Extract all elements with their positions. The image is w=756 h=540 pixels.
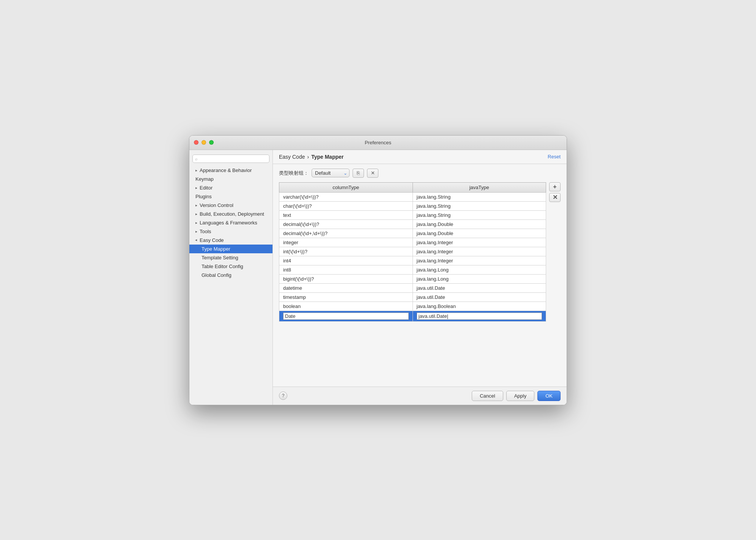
table-row[interactable]: datetimejava.util.Date [279,283,546,292]
reset-button[interactable]: Reset [548,154,561,159]
search-icon: ⌕ [195,156,198,161]
breadcrumb: Easy Code › Type Mapper [279,154,343,160]
cancel-button[interactable]: Cancel [472,391,503,401]
sidebar-item-label: Editor [200,185,213,191]
sidebar-item-label: Languages & Frameworks [200,220,257,226]
sidebar-item-editor[interactable]: ▸Editor [189,183,272,192]
minimize-button[interactable] [202,140,206,145]
table-cell-javatype: java.util.Date [413,283,546,292]
panel-header: Easy Code › Type Mapper Reset [273,150,567,164]
main-content: ⌕ ▸Appearance & BehaviorKeymap▸EditorPlu… [189,150,567,405]
breadcrumb-separator: › [307,154,309,160]
table-input-javatype[interactable] [417,313,542,320]
col-header-columntype: columnType [279,182,413,192]
right-panel: Easy Code › Type Mapper Reset 类型映射组： Def… [273,150,567,405]
bottom-bar: ? Cancel Apply OK [273,387,567,405]
table-cell-javatype: java.lang.String [413,210,546,219]
search-box[interactable]: ⌕ [192,155,269,163]
table-cell-columntype: varchar(\(\d+\))? [279,192,413,201]
sidebar-item-label: Tools [200,229,211,234]
mapper-select[interactable]: Default [312,169,350,177]
table-row[interactable]: timestampjava.util.Date [279,292,546,302]
table-body: varchar(\(\d+\))?java.lang.Stringchar(\(… [279,192,546,321]
sidebar-item-keymap[interactable]: Keymap [189,175,272,183]
table-row[interactable]: integerjava.lang.Integer [279,238,546,247]
table-row[interactable] [279,311,546,321]
table-row[interactable]: int8java.lang.Long [279,265,546,274]
close-button[interactable] [194,140,198,145]
sidebar-item-tools[interactable]: ▸Tools [189,227,272,236]
table-cell-javatype: java.lang.Integer [413,238,546,247]
sidebar-item-version-control[interactable]: ▸Version Control [189,201,272,210]
table-row[interactable]: textjava.lang.String [279,210,546,219]
table-cell-columntype: datetime [279,283,413,292]
table-cell-columntype: int(\(\d+\))? [279,247,413,256]
maximize-button[interactable] [209,140,214,145]
window-title: Preferences [365,140,391,145]
apply-button[interactable]: Apply [506,391,535,401]
table-actions: + ✕ [549,182,561,202]
table-cell-javatype: java.lang.Long [413,265,546,274]
preferences-window: Preferences ⌕ ▸Appearance & BehaviorKeym… [189,135,567,405]
ok-button[interactable]: OK [537,391,561,401]
copy-icon: ⎘ [357,170,360,176]
select-wrapper: Default ⌄ [312,169,350,177]
table-cell-javatype: java.lang.Double [413,229,546,238]
panel-body: 类型映射组： Default ⌄ ⎘ ✕ [273,164,567,387]
sidebar-item-label: Global Config [202,272,232,278]
sidebar-item-label: Plugins [195,194,212,199]
x-icon: ✕ [371,170,375,176]
breadcrumb-current: Type Mapper [311,154,343,160]
sidebar-item-label: Easy Code [200,237,224,243]
delete-row-button[interactable]: ✕ [549,193,561,202]
delete-icon: ✕ [553,194,558,201]
titlebar: Preferences [189,136,567,150]
sidebar-item-easycode[interactable]: ▾Easy Code [189,236,272,245]
table-row[interactable]: decimal(\(\d+\))?java.lang.Double [279,219,546,229]
copy-button[interactable]: ⎘ [353,169,364,178]
search-input[interactable] [199,156,267,161]
table-input-columntype[interactable] [283,313,409,320]
help-button[interactable]: ? [279,392,287,400]
sidebar-item-label: Template Setting [202,255,238,261]
sidebar-item-languages[interactable]: ▸Languages & Frameworks [189,218,272,227]
sidebar: ⌕ ▸Appearance & BehaviorKeymap▸EditorPlu… [189,150,273,405]
table-cell-javatype: java.lang.Boolean [413,302,546,311]
sidebar-item-appearance[interactable]: ▸Appearance & Behavior [189,166,272,175]
sidebar-item-build[interactable]: ▸Build, Execution, Deployment [189,210,272,218]
table-cell-columntype: timestamp [279,292,413,302]
table-cell-javatype: java.lang.String [413,201,546,210]
table-cell-columntype: decimal(\(\d+\))? [279,219,413,229]
table-row[interactable]: decimal(\(\d+,\d+\))?java.lang.Double [279,229,546,238]
sidebar-item-type-mapper[interactable]: Type Mapper [189,245,272,253]
table-cell-columntype: integer [279,238,413,247]
sidebar-item-plugins[interactable]: Plugins [189,192,272,201]
chevron-right-icon: ▸ [195,186,197,190]
type-table: columnType javaType varchar(\(\d+\))?jav… [279,182,546,322]
chevron-right-icon: ▾ [194,239,198,241]
table-cell-columntype: bigint(\(\d+\))? [279,274,413,283]
table-cell-javatype: java.util.Date [413,292,546,302]
add-row-button[interactable]: + [549,182,561,191]
table-cell-columntype: decimal(\(\d+,\d+\))? [279,229,413,238]
chevron-right-icon: ▸ [195,203,197,207]
table-row[interactable]: int4java.lang.Integer [279,256,546,265]
col-header-javatype: javaType [413,182,546,192]
chevron-right-icon: ▸ [195,212,197,216]
toolbar-label: 类型映射组： [279,170,309,177]
sidebar-item-table-editor[interactable]: Table Editor Config [189,262,272,271]
sidebar-items-container: ▸Appearance & BehaviorKeymap▸EditorPlugi… [189,166,272,279]
sidebar-item-template-setting[interactable]: Template Setting [189,253,272,262]
table-cell-columntype: char(\(\d+\))? [279,201,413,210]
table-row[interactable]: booleanjava.lang.Boolean [279,302,546,311]
sidebar-item-global-config[interactable]: Global Config [189,271,272,279]
table-row[interactable]: bigint(\(\d+\))?java.lang.Long [279,274,546,283]
delete-group-button[interactable]: ✕ [367,169,378,178]
table-row[interactable]: varchar(\(\d+\))?java.lang.String [279,192,546,201]
table-row[interactable]: char(\(\d+\))?java.lang.String [279,201,546,210]
table-cell-javatype [413,311,546,321]
sidebar-item-label: Appearance & Behavior [200,167,252,173]
table-cell-javatype: java.lang.Integer [413,256,546,265]
help-icon: ? [282,393,285,398]
table-row[interactable]: int(\(\d+\))?java.lang.Integer [279,247,546,256]
